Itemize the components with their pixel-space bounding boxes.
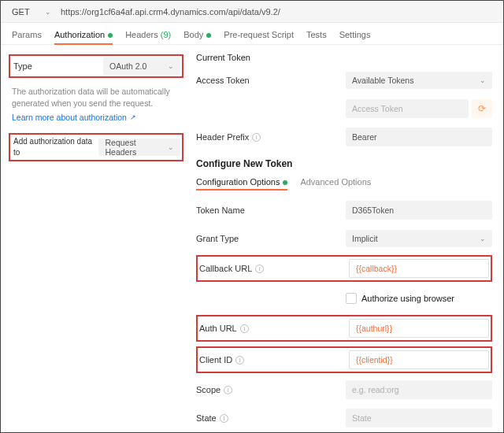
add-auth-data-select[interactable]: Request Headers ⌄ (98, 139, 180, 156)
authorize-browser-row: Authorize using browser (196, 288, 492, 309)
chevron-down-icon: ⌄ (480, 76, 486, 84)
token-name-label: Token Name (196, 205, 346, 215)
header-prefix-input[interactable]: Bearer (346, 128, 492, 146)
grant-type-row: Grant Type Implicit ⌄ (196, 228, 492, 249)
postman-authorization-view: GET ⌄ https://org1cf6a4af.api.crm4.dynam… (0, 0, 504, 433)
highlight-callback: Callback URLi {{callback}} (196, 255, 492, 282)
external-link-icon: ↗ (130, 113, 136, 121)
tab-headers[interactable]: Headers (9) (125, 25, 171, 44)
callback-url-row: Callback URLi {{callback}} (199, 258, 489, 279)
add-auth-data-label: Add authorization data to (13, 136, 98, 158)
auth-description: The authorization data will be automatic… (12, 86, 183, 109)
chevron-down-icon: ⌄ (45, 8, 51, 16)
auth-body: Type OAuth 2.0 ⌄ The authorization data … (1, 45, 503, 432)
auth-right-panel: Current Token Access Token Available Tok… (191, 45, 503, 432)
subtab-configuration[interactable]: Configuration Options (196, 177, 287, 191)
refresh-icon: ⟳ (478, 103, 486, 114)
client-id-label: Client IDi (199, 355, 349, 365)
auth-left-panel: Type OAuth 2.0 ⌄ The authorization data … (1, 45, 191, 432)
chevron-down-icon: ⌄ (168, 143, 174, 151)
auth-type-label: Type (13, 61, 32, 71)
auth-url-input[interactable]: {{authurl}} (349, 319, 489, 338)
configure-token-title: Configure New Token (196, 158, 492, 169)
scope-row: Scopei e.g. read:org (196, 379, 492, 400)
http-method-value: GET (12, 7, 30, 17)
info-icon[interactable]: i (252, 133, 261, 142)
info-icon[interactable]: i (220, 414, 228, 423)
state-label: Statei (196, 413, 346, 423)
state-row: Statei State (196, 408, 492, 428)
auth-url-label: Auth URLi (199, 324, 349, 333)
request-topbar: GET ⌄ https://org1cf6a4af.api.crm4.dynam… (1, 1, 503, 23)
authorize-browser-checkbox[interactable] (346, 293, 357, 304)
auth-type-row: Type OAuth 2.0 ⌄ (9, 54, 183, 78)
learn-more-link[interactable]: Learn more about authorization ↗ (12, 113, 136, 122)
token-subtabs: Configuration Options Advanced Options (196, 177, 492, 191)
info-icon[interactable]: i (224, 386, 232, 394)
token-name-input[interactable]: D365Token (346, 201, 492, 220)
grant-type-select[interactable]: Implicit ⌄ (346, 230, 492, 247)
status-dot-icon (108, 33, 113, 38)
access-token-row: Access Token Available Tokens ⌄ (196, 70, 492, 91)
callback-url-input[interactable]: {{callback}} (349, 259, 489, 278)
tab-body[interactable]: Body (183, 25, 211, 44)
status-dot-icon (283, 180, 287, 185)
authorize-browser-label: Authorize using browser (361, 294, 454, 303)
scope-label: Scopei (196, 385, 346, 394)
access-token-input[interactable]: Access Token (346, 99, 469, 118)
header-prefix-row: Header Prefix i Bearer (196, 127, 492, 147)
sync-token-button[interactable]: ⟳ (472, 99, 492, 118)
request-url-input[interactable]: https://org1cf6a4af.api.crm4.dynamics.co… (56, 7, 497, 17)
info-icon[interactable]: i (255, 265, 264, 273)
access-token-label: Access Token (196, 76, 346, 85)
chevron-down-icon: ⌄ (480, 235, 486, 242)
chevron-down-icon: ⌄ (168, 62, 174, 70)
grant-type-label: Grant Type (196, 234, 346, 243)
tab-tests[interactable]: Tests (306, 25, 327, 44)
client-id-row: Client IDi {{clientid}} (199, 350, 489, 370)
subtab-advanced[interactable]: Advanced Options (300, 177, 371, 191)
info-icon[interactable]: i (240, 324, 249, 333)
highlight-client-id: Client IDi {{clientid}} (196, 346, 492, 373)
tab-prerequest[interactable]: Pre-request Script (224, 25, 294, 44)
available-tokens-select[interactable]: Available Tokens ⌄ (346, 72, 492, 89)
highlight-auth-url: Auth URLi {{authurl}} (196, 315, 492, 342)
auth-type-select[interactable]: OAuth 2.0 ⌄ (103, 57, 180, 75)
tab-authorization[interactable]: Authorization (54, 25, 113, 44)
callback-url-label: Callback URLi (199, 264, 349, 273)
http-method-select[interactable]: GET ⌄ (7, 4, 56, 20)
state-input[interactable]: State (346, 409, 492, 427)
token-name-row: Token Name D365Token (196, 200, 492, 220)
auth-url-row: Auth URLi {{authurl}} (199, 318, 489, 339)
current-token-title: Current Token (196, 53, 492, 62)
client-id-input[interactable]: {{clientid}} (349, 350, 489, 369)
tab-params[interactable]: Params (12, 25, 42, 44)
scope-input[interactable]: e.g. read:org (346, 380, 492, 399)
tab-settings[interactable]: Settings (339, 25, 371, 44)
access-token-input-row: Access Token ⟳ (196, 98, 492, 119)
header-prefix-label: Header Prefix i (196, 132, 346, 142)
info-icon[interactable]: i (235, 356, 244, 365)
request-tabs: Params Authorization Headers (9) Body Pr… (1, 23, 503, 45)
status-dot-icon (206, 33, 211, 38)
add-auth-data-row: Add authorization data to Request Header… (9, 133, 183, 161)
